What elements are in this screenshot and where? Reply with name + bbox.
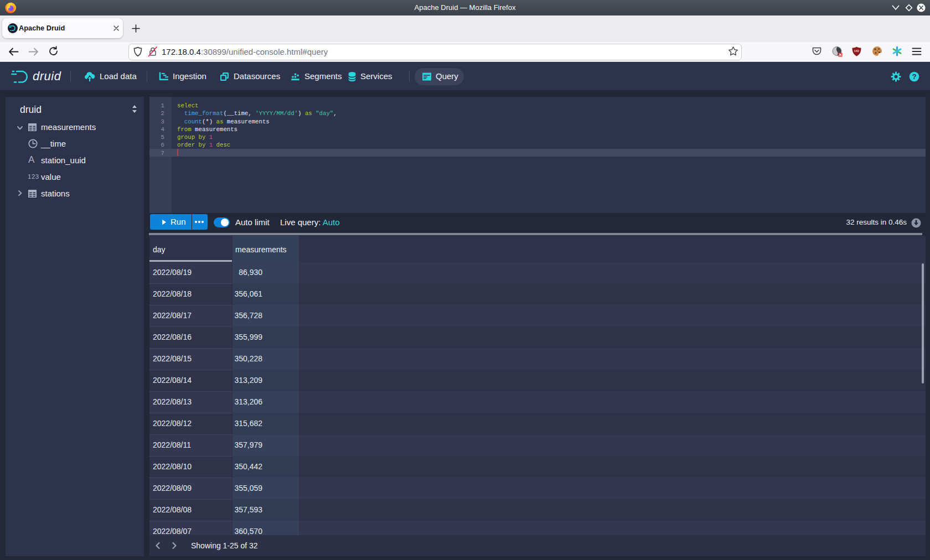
svg-text:UO: UO [854, 49, 859, 53]
svg-text:?: ? [912, 72, 916, 81]
